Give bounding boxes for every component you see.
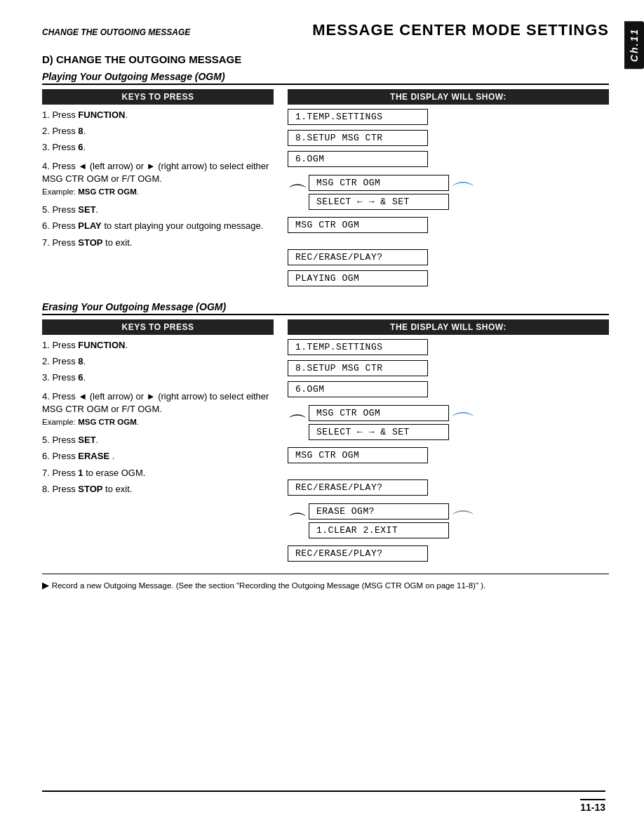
erasing-keys-header: KEYS TO PRESS <box>42 319 274 335</box>
e-step-7: 7. Press 1 to erase OGM. <box>42 467 274 479</box>
chapter-tab: Ch.11 <box>624 21 644 69</box>
display-e5-box: REC/ERASE/PLAY? <box>288 479 428 496</box>
step-6: 6. Press PLAY to start playing your outg… <box>42 220 274 232</box>
step-4: 4. Press ◄ (left arrow) or ► (right arro… <box>42 160 274 199</box>
display-p4-bracket: ⌒ MSG CTR OGM SELECT ← → & SET ⌒ <box>288 175 476 213</box>
display-p3-box: 6.OGM <box>288 151 428 167</box>
step-5: 5. Press SET. <box>42 204 274 216</box>
e-step-3: 3. Press 6. <box>42 371 274 384</box>
step-1: 1. Press FUNCTION. <box>42 109 274 121</box>
step-2-key: 8 <box>78 126 83 136</box>
display-p4a-box: MSG CTR OGM <box>309 175 449 191</box>
display-e1-box: 1.TEMP.SETTINGS <box>288 339 428 355</box>
footnote-text: Record a new Outgoing Message. (See the … <box>52 581 486 590</box>
display-p4c-box: MSG CTR OGM <box>288 217 428 233</box>
header-right: MESSAGE CENTER MODE SETTINGS <box>312 21 609 39</box>
erasing-subtitle: Erasing Your Outgoing Message (OGM) <box>42 301 609 315</box>
display-e4-bracket: ⌒ MSG CTR OGM SELECT ← → & SET ⌒ <box>288 405 476 443</box>
step-2: 2. Press 8. <box>42 125 274 138</box>
playing-keys-header: KEYS TO PRESS <box>42 89 274 105</box>
step-1-key: FUNCTION <box>78 110 125 120</box>
bottom-rule <box>42 790 605 792</box>
display-e3: 6.OGM <box>288 381 428 400</box>
display-p5-box: REC/ERASE/PLAY? <box>288 249 428 265</box>
e-step-6: 6. Press ERASE . <box>42 450 274 463</box>
step-7: 7. Press STOP to exit. <box>42 237 274 249</box>
display-p6-box: PLAYING OGM <box>288 270 428 286</box>
e-step-8: 8. Press STOP to exit. <box>42 483 274 496</box>
erasing-keys-col: KEYS TO PRESS 1. Press FUNCTION. 2. Pres… <box>42 319 281 567</box>
page-header: CHANGE THE OUTGOING MESSAGE MESSAGE CENT… <box>42 21 609 39</box>
playing-steps-list: 1. Press FUNCTION. 2. Press 8. 3. Press … <box>42 109 274 249</box>
display-e5: REC/ERASE/PLAY? <box>288 479 428 498</box>
footnote-arrow: ▶ <box>42 580 52 590</box>
display-p4b-box: SELECT ← → & SET <box>309 194 449 210</box>
display-e4a-box: MSG CTR OGM <box>309 405 449 421</box>
display-p1-box: 1.TEMP.SETTINGS <box>288 109 428 125</box>
playing-keys-col: KEYS TO PRESS 1. Press FUNCTION. 2. Pres… <box>42 89 281 291</box>
erasing-display-col: THE DISPLAY WILL SHOW: 1.TEMP.SETTINGS 8… <box>281 319 609 567</box>
display-p4c: MSG CTR OGM <box>288 217 428 236</box>
e-step-5: 5. Press SET. <box>42 434 274 446</box>
display-p6: PLAYING OGM <box>288 270 428 289</box>
display-e6b-box: 1.CLEAR 2.EXIT <box>309 522 449 538</box>
playing-display-header: THE DISPLAY WILL SHOW: <box>288 89 609 105</box>
display-e6a-box: ERASE OGM? <box>309 503 449 519</box>
e-bracket-inner: MSG CTR OGM SELECT ← → & SET <box>309 405 449 443</box>
e-step-2: 2. Press 8. <box>42 355 274 368</box>
section-d-title: D) CHANGE THE OUTGOING MESSAGE <box>42 53 609 65</box>
erasing-display-header: THE DISPLAY WILL SHOW: <box>288 319 609 335</box>
display-p1: 1.TEMP.SETTINGS <box>288 109 428 128</box>
display-p2: 8.SETUP MSG CTR <box>288 130 428 149</box>
e6-bracket-left-icon: ⌒ <box>288 512 307 532</box>
display-e1: 1.TEMP.SETTINGS <box>288 339 428 358</box>
e-step-4: 4. Press ◄ (left arrow) or ► (right arro… <box>42 390 274 429</box>
display-e3-box: 6.OGM <box>288 381 428 397</box>
display-p5: REC/ERASE/PLAY? <box>288 249 428 268</box>
e6-bracket-inner: ERASE OGM? 1.CLEAR 2.EXIT <box>309 503 449 541</box>
e6-bracket-right-icon: ⌒ <box>450 510 476 535</box>
bracket-inner: MSG CTR OGM SELECT ← → & SET <box>309 175 449 213</box>
display-e2: 8.SETUP MSG CTR <box>288 360 428 379</box>
bracket-right-icon: ⌒ <box>450 181 476 206</box>
page-number: 11-13 <box>580 799 605 813</box>
step-3-key: 6 <box>78 142 83 152</box>
bracket-left-icon: ⌒ <box>288 184 307 204</box>
playing-subtitle: Playing Your Outgoing Message (OGM) <box>42 71 609 85</box>
display-p2-box: 8.SETUP MSG CTR <box>288 130 428 146</box>
footnote: ▶ Record a new Outgoing Message. (See th… <box>42 574 609 593</box>
playing-display-col: THE DISPLAY WILL SHOW: 1.TEMP.SETTINGS 8… <box>281 89 609 291</box>
erasing-steps-list: 1. Press FUNCTION. 2. Press 8. 3. Press … <box>42 339 274 496</box>
display-e4b-box: SELECT ← → & SET <box>309 424 449 440</box>
e-bracket-left-icon: ⌒ <box>288 414 307 434</box>
step-3: 3. Press 6. <box>42 141 274 154</box>
display-e7-box: REC/ERASE/PLAY? <box>288 545 428 562</box>
display-e4c: MSG CTR OGM <box>288 447 428 466</box>
display-e7: REC/ERASE/PLAY? <box>288 545 428 564</box>
display-e2-box: 8.SETUP MSG CTR <box>288 360 428 376</box>
header-left: CHANGE THE OUTGOING MESSAGE <box>42 27 190 37</box>
display-p3: 6.OGM <box>288 151 428 170</box>
display-e4c-box: MSG CTR OGM <box>288 447 428 463</box>
e-bracket-right-icon: ⌒ <box>450 411 476 437</box>
playing-section: KEYS TO PRESS 1. Press FUNCTION. 2. Pres… <box>42 89 609 291</box>
erasing-section: KEYS TO PRESS 1. Press FUNCTION. 2. Pres… <box>42 319 609 567</box>
display-e6-bracket: ⌒ ERASE OGM? 1.CLEAR 2.EXIT ⌒ <box>288 503 476 541</box>
e-step-1: 1. Press FUNCTION. <box>42 339 274 352</box>
